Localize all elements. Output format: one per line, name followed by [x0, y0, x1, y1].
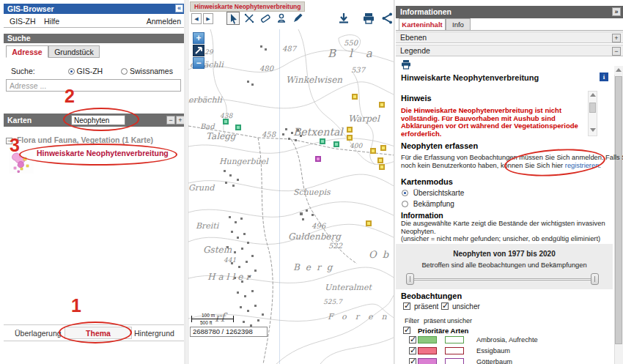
radio-swissnames[interactable] [121, 68, 128, 75]
radio-bekaempfung-label[interactable]: Bekämpfung [413, 200, 454, 208]
radio-row-uebersichtskarte[interactable]: Übersichtskarte [402, 189, 464, 197]
scroll-up-icon[interactable] [590, 93, 596, 97]
map-place-label: Bla [328, 47, 386, 60]
erfassen-text-line1: Für die Erfassung von Beobachtungen müss… [401, 154, 623, 162]
address-search-input[interactable] [6, 79, 181, 92]
map-marker-green[interactable] [320, 138, 325, 144]
share-icon[interactable] [381, 12, 393, 25]
hinweis-scrollbar[interactable] [588, 91, 597, 136]
collapse-all-button[interactable]: − [166, 116, 175, 125]
map-place-label: Winkelwisen [286, 75, 342, 85]
scrollbar-thumb[interactable] [615, 76, 622, 344]
print-legend-icon[interactable] [400, 59, 412, 73]
menu-hilfe[interactable]: Hilfe [44, 17, 59, 26]
map-group-row[interactable]: − Flora und Fauna, Vegetation (1 Karte) [6, 135, 153, 144]
radio-row-bekaempfung[interactable]: Bekämpfung [402, 200, 454, 208]
map-tab-title[interactable]: Hinweiskarte Neophytenverbreitung [190, 1, 305, 12]
map-marker-green[interactable] [223, 119, 229, 125]
range-slider-handle-max[interactable] [591, 273, 599, 285]
stamp-tool-icon[interactable] [275, 12, 288, 25]
collapse-left-panel-button[interactable]: « [175, 4, 183, 12]
measure-tool-icon[interactable] [259, 12, 272, 25]
radio-uebersichtskarte[interactable] [402, 190, 408, 196]
history-forward-button[interactable]: ▶ [203, 13, 213, 24]
checkbox-praesent-label[interactable]: präsent [414, 302, 438, 311]
map-marker-yellow[interactable] [379, 102, 385, 108]
tab-hintergrund[interactable]: Hintergrund [134, 329, 174, 338]
tab-ueberlagerung[interactable]: Überlagerung [15, 329, 62, 338]
zoom-out-button[interactable]: − [193, 57, 204, 69]
left-menu-bar: GIS-ZH Hilfe Anmelden [4, 14, 185, 28]
deselect-tool-icon[interactable] [243, 12, 256, 25]
checkbox-species[interactable] [409, 336, 416, 343]
hinweis-title: Hinweis [401, 94, 432, 103]
map-marker-yellow[interactable] [379, 164, 385, 170]
map-marker-green[interactable] [333, 141, 339, 147]
radio-gis-zh[interactable] [68, 68, 75, 75]
registrieren-link[interactable]: registrieren [565, 162, 600, 169]
map-place-label: 458 [262, 130, 276, 138]
legende-accordion[interactable]: Legende − [396, 45, 623, 56]
map-link-hinweiskarte[interactable]: Hinweiskarte Neophytenverbreitung [37, 149, 169, 157]
scale-bar: 100 m 500 ft [191, 312, 243, 327]
collapse-right-panel-button[interactable]: » [612, 7, 621, 16]
tab-grundstueck[interactable]: Grundstück [48, 45, 100, 58]
checkbox-species[interactable] [409, 347, 416, 354]
menu-gis-zh[interactable]: GIS-ZH [10, 17, 36, 26]
default-extent-button[interactable] [193, 45, 204, 56]
radio-uebersichtskarte-label[interactable]: Übersichtskarte [413, 189, 464, 197]
legende-collapse-button[interactable]: − [612, 47, 621, 56]
information-note: (unsicher = nicht mehr gefunden; unsiche… [401, 235, 608, 243]
checkbox-species[interactable] [409, 358, 416, 364]
checkbox-praesent[interactable] [403, 302, 410, 310]
checkbox-unsicher-label[interactable]: unsicher [452, 302, 480, 311]
tab-info[interactable]: Info [446, 18, 471, 31]
radio-bekaempfung[interactable] [402, 201, 408, 207]
ebenen-accordion[interactable]: Ebenen + [396, 31, 623, 43]
menu-anmelden[interactable]: Anmelden [147, 17, 181, 26]
checkbox-unsicher[interactable] [441, 302, 449, 310]
map-marker-yellow[interactable] [370, 148, 376, 154]
map-place-label: Berg [293, 262, 338, 272]
pointer-tool-icon[interactable] [226, 12, 240, 25]
history-back-button[interactable]: ◀ [191, 13, 202, 24]
draw-tool-icon[interactable] [291, 12, 304, 25]
karten-filter-input[interactable] [71, 115, 125, 125]
map-marker-magenta[interactable] [315, 156, 321, 162]
map-marker-yellow[interactable] [377, 157, 383, 163]
scroll-up-icon[interactable] [614, 66, 623, 75]
tab-thema[interactable]: Thema [64, 327, 132, 339]
map-place-label: Schuepis [293, 187, 331, 197]
radio-gis-zh-label[interactable]: GIS-ZH [77, 67, 103, 75]
tab-divider [396, 30, 623, 31]
legend-swatch-unsicher [445, 336, 464, 343]
checkbox-filter-all[interactable] [403, 327, 410, 334]
map-place-label: Guldenberg [288, 231, 341, 242]
range-slider-handle-min[interactable] [406, 273, 414, 285]
map-place-label: Unteralmet [325, 283, 372, 292]
map-place-label: 480 [259, 64, 273, 73]
scrollbar-thumb[interactable] [589, 103, 596, 113]
range-slider-track[interactable] [410, 278, 595, 281]
map-group-label[interactable]: Flora und Fauna, Vegetation (1 Karte) [17, 135, 153, 144]
map-marker-yellow[interactable] [347, 135, 353, 141]
left-splitter[interactable] [184, 0, 187, 364]
radio-swissnames-label[interactable]: Swissnames [130, 67, 173, 75]
map-marker-yellow[interactable] [352, 94, 358, 100]
map-marker-yellow[interactable] [366, 220, 372, 226]
map-marker-yellow[interactable] [380, 145, 386, 151]
map-marker-yellow[interactable] [347, 127, 353, 133]
species-name: Essigbaum [476, 347, 510, 354]
print-icon[interactable] [361, 12, 376, 25]
map-place-label: 550 [344, 39, 358, 47]
info-icon[interactable]: i [600, 73, 608, 81]
ebenen-expand-button[interactable]: + [612, 34, 621, 42]
map-place-label: Ob [369, 249, 394, 260]
zoom-in-button[interactable]: + [193, 32, 204, 44]
tab-adresse[interactable]: Adresse [6, 45, 48, 58]
scroll-down-icon[interactable] [590, 128, 596, 132]
map-marker-green[interactable] [235, 125, 241, 130]
download-icon[interactable] [336, 12, 351, 25]
tab-karteninhalt[interactable]: Karteninhalt [399, 18, 446, 31]
legend-swatch-praesent [418, 336, 437, 343]
